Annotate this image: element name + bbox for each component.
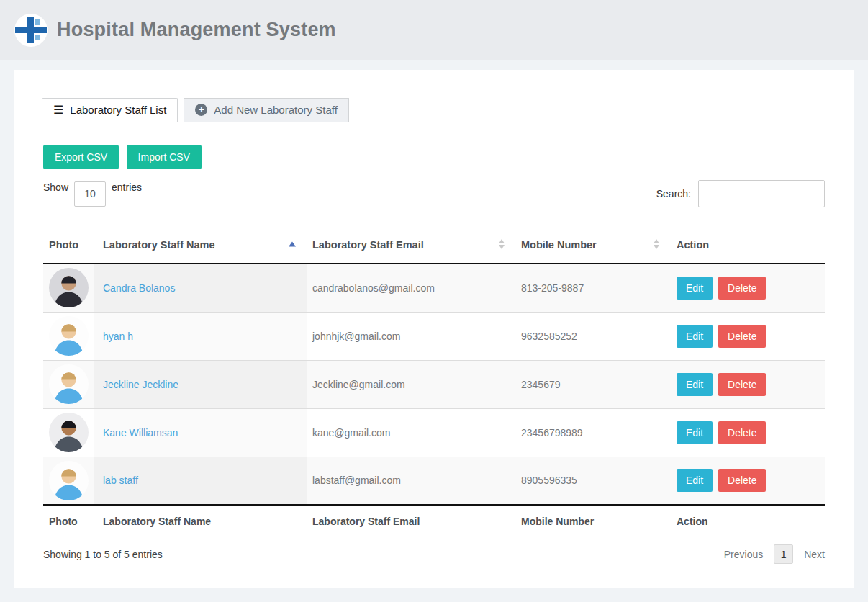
content-card: ☰ Laboratory Staff List + Add New Labora… <box>14 70 854 588</box>
column-header-photo: Photo <box>43 225 94 264</box>
staff-table-body: Candra Bolanos candrabolanos@gmail.com 8… <box>43 264 825 505</box>
sort-asc-icon <box>289 241 296 246</box>
table-footer-row: Photo Laboratory Staff Name Laboratory S… <box>43 505 825 534</box>
column-header-staff-email[interactable]: Laboratory Staff Email <box>307 225 516 264</box>
table-info: Showing 1 to 5 of 5 entries <box>43 549 163 560</box>
footer-column-mobile: Mobile Number <box>516 505 671 534</box>
table-row: Candra Bolanos candrabolanos@gmail.com 8… <box>43 264 825 312</box>
tab-bar: ☰ Laboratory Staff List + Add New Labora… <box>14 70 854 122</box>
staff-email: kane@gmail.com <box>312 427 390 439</box>
mobile-cell: 23456798989 <box>516 408 671 457</box>
staff-table: Photo Laboratory Staff Name Laboratory S… <box>43 225 825 534</box>
table-row: hyan h johnhjk@gmail.com 9632585252 Edit… <box>43 312 825 360</box>
photo-cell <box>43 408 94 457</box>
staff-name-link[interactable]: hyan h <box>103 331 133 342</box>
action-cell: Edit Delete <box>671 408 825 457</box>
staff-name-link[interactable]: Jeckline Jeckline <box>103 379 178 390</box>
tab-add-new-laboratory-staff[interactable]: + Add New Laboratory Staff <box>184 98 349 122</box>
email-cell: candrabolanos@gmail.com <box>307 264 516 312</box>
table-row: Kane Williamsan kane@gmail.com 234567989… <box>43 408 825 457</box>
name-cell: Jeckline Jeckline <box>94 360 307 408</box>
edit-button[interactable]: Edit <box>677 373 713 396</box>
mobile-cell: 2345679 <box>516 360 671 408</box>
email-cell: johnhjk@gmail.com <box>307 312 516 360</box>
email-cell: kane@gmail.com <box>307 408 516 457</box>
delete-button[interactable]: Delete <box>718 421 766 444</box>
footer-column-action: Action <box>671 505 825 534</box>
staff-email: Jeckline@gmail.com <box>312 379 405 390</box>
name-cell: lab staff <box>94 457 307 505</box>
staff-mobile: 9632585252 <box>521 331 577 342</box>
hospital-logo-icon <box>14 14 48 47</box>
delete-button[interactable]: Delete <box>718 373 766 396</box>
footer-column-photo: Photo <box>43 505 94 534</box>
page-length-control: Show entries <box>43 181 142 207</box>
previous-button[interactable]: Previous <box>724 549 763 560</box>
mobile-cell: 813-205-9887 <box>516 264 671 312</box>
name-cell: Candra Bolanos <box>94 264 307 312</box>
staff-email: labstaff@gmail.com <box>312 475 401 486</box>
staff-name-link[interactable]: lab staff <box>103 475 138 486</box>
staff-mobile: 813-205-9887 <box>521 282 584 294</box>
staff-avatar <box>49 461 89 500</box>
staff-name-link[interactable]: Candra Bolanos <box>103 282 175 294</box>
staff-avatar <box>49 316 89 356</box>
table-controls: Show entries Search: <box>14 169 854 207</box>
menu-icon: ☰ <box>53 104 63 116</box>
column-header-mobile[interactable]: Mobile Number <box>516 225 671 264</box>
column-header-label: Laboratory Staff Email <box>312 239 424 251</box>
delete-button[interactable]: Delete <box>718 325 766 348</box>
import-csv-button[interactable]: Import CSV <box>127 145 202 169</box>
staff-email: candrabolanos@gmail.com <box>312 282 435 294</box>
page-length-input[interactable] <box>74 181 106 207</box>
delete-button[interactable]: Delete <box>718 469 766 492</box>
photo-cell <box>43 264 94 312</box>
staff-avatar <box>49 364 89 404</box>
staff-mobile: 2345679 <box>521 379 561 390</box>
page-number-button[interactable]: 1 <box>774 544 793 564</box>
footer-column-staff-email: Laboratory Staff Email <box>307 505 516 534</box>
action-cell: Edit Delete <box>671 312 825 360</box>
edit-button[interactable]: Edit <box>677 325 713 348</box>
email-cell: labstaff@gmail.com <box>307 457 516 505</box>
csv-toolbar: Export CSV Import CSV <box>14 122 854 169</box>
photo-cell <box>43 457 94 505</box>
show-label: Show <box>43 181 68 193</box>
topbar: Hospital Management System <box>0 0 868 60</box>
plus-circle-icon: + <box>195 104 207 116</box>
tab-label: Laboratory Staff List <box>70 104 166 116</box>
name-cell: Kane Williamsan <box>94 408 307 457</box>
footer-column-staff-name: Laboratory Staff Name <box>94 505 307 534</box>
table-row: lab staff labstaff@gmail.com 8905596335 … <box>43 457 825 505</box>
search-label: Search: <box>656 188 691 199</box>
email-cell: Jeckline@gmail.com <box>307 360 516 408</box>
action-cell: Edit Delete <box>671 360 825 408</box>
action-cell: Edit Delete <box>671 264 825 312</box>
app-title: Hospital Management System <box>57 19 336 41</box>
staff-email: johnhjk@gmail.com <box>312 331 400 342</box>
export-csv-button[interactable]: Export CSV <box>43 145 119 169</box>
staff-avatar <box>49 268 89 307</box>
search-control: Search: <box>656 180 825 207</box>
photo-cell <box>43 312 94 360</box>
edit-button[interactable]: Edit <box>677 421 713 444</box>
tab-laboratory-staff-list[interactable]: ☰ Laboratory Staff List <box>42 98 178 122</box>
search-input[interactable] <box>698 180 825 207</box>
table-footer-bar: Showing 1 to 5 of 5 entries Previous 1 N… <box>14 534 854 564</box>
name-cell: hyan h <box>94 312 307 360</box>
delete-button[interactable]: Delete <box>718 277 766 300</box>
page: Hospital Management System ☰ Laboratory … <box>0 0 868 602</box>
column-header-staff-name[interactable]: Laboratory Staff Name <box>94 225 307 264</box>
column-header-action: Action <box>671 225 825 264</box>
photo-cell <box>43 360 94 408</box>
staff-table-wrap: Photo Laboratory Staff Name Laboratory S… <box>14 225 854 534</box>
edit-button[interactable]: Edit <box>677 469 713 492</box>
entries-label: entries <box>112 181 142 193</box>
table-row: Jeckline Jeckline Jeckline@gmail.com 234… <box>43 360 825 408</box>
tab-label: Add New Laboratory Staff <box>214 104 338 116</box>
sort-both-icon <box>499 239 505 249</box>
staff-name-link[interactable]: Kane Williamsan <box>103 427 178 439</box>
next-button[interactable]: Next <box>804 549 825 560</box>
edit-button[interactable]: Edit <box>677 277 713 300</box>
action-cell: Edit Delete <box>671 457 825 505</box>
